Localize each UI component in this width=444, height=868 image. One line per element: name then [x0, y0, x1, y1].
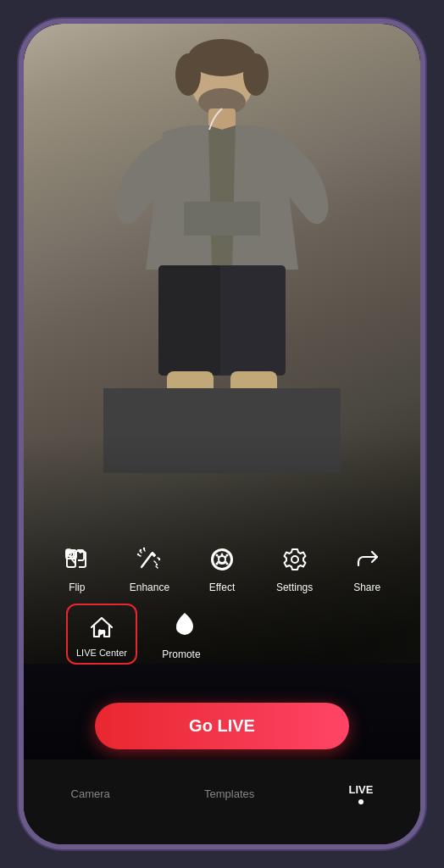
phone-frame: Flip — [19, 19, 425, 849]
svg-point-18 — [140, 549, 142, 551]
settings-label: Settings — [276, 581, 313, 593]
share-button[interactable]: Share — [340, 541, 394, 593]
svg-point-3 — [243, 53, 269, 96]
svg-line-16 — [142, 554, 152, 567]
nav-live[interactable]: LIVE — [348, 783, 373, 804]
share-label: Share — [353, 581, 380, 593]
effect-label: Effect — [209, 581, 235, 593]
phone-screen: Flip — [24, 24, 420, 844]
effect-icon — [203, 541, 241, 578]
svg-point-19 — [143, 548, 145, 549]
toolbar-row-2: LIVE Center Promote — [41, 604, 403, 665]
promote-button[interactable]: Promote — [154, 608, 208, 660]
live-center-label: LIVE Center — [76, 648, 127, 658]
toolbar-row-1: Flip — [41, 541, 403, 593]
flip-button[interactable]: Flip — [50, 541, 104, 593]
bottom-nav: Camera Templates LIVE — [24, 760, 420, 844]
live-center-icon — [85, 610, 119, 644]
svg-point-31 — [224, 556, 226, 559]
enhance-icon — [130, 541, 168, 578]
svg-point-22 — [158, 559, 160, 560]
nav-camera[interactable]: Camera — [71, 787, 110, 800]
effect-button[interactable]: Effect — [195, 541, 249, 593]
settings-icon — [276, 541, 314, 578]
person-illustration — [103, 32, 341, 473]
enhance-label: Enhance — [130, 581, 169, 593]
svg-point-20 — [137, 554, 139, 555]
svg-point-2 — [175, 53, 201, 96]
promote-label: Promote — [162, 648, 200, 660]
svg-point-21 — [156, 564, 158, 565]
enhance-button[interactable]: Enhance — [122, 541, 176, 593]
flip-icon — [58, 541, 96, 578]
toolbar: Flip — [24, 541, 420, 675]
nav-live-label: LIVE — [348, 783, 373, 796]
nav-templates[interactable]: Templates — [204, 787, 254, 800]
svg-point-30 — [217, 556, 219, 559]
svg-point-32 — [291, 556, 298, 563]
nav-templates-label: Templates — [204, 787, 254, 800]
flip-label: Flip — [69, 581, 85, 593]
promote-icon — [163, 608, 200, 645]
svg-rect-7 — [158, 265, 220, 376]
nav-camera-label: Camera — [71, 787, 110, 800]
share-icon — [348, 541, 386, 578]
go-live-button[interactable]: Go LIVE — [95, 703, 349, 749]
settings-button[interactable]: Settings — [268, 541, 322, 593]
nav-live-dot — [358, 799, 364, 804]
live-center-button[interactable]: LIVE Center — [66, 604, 137, 665]
